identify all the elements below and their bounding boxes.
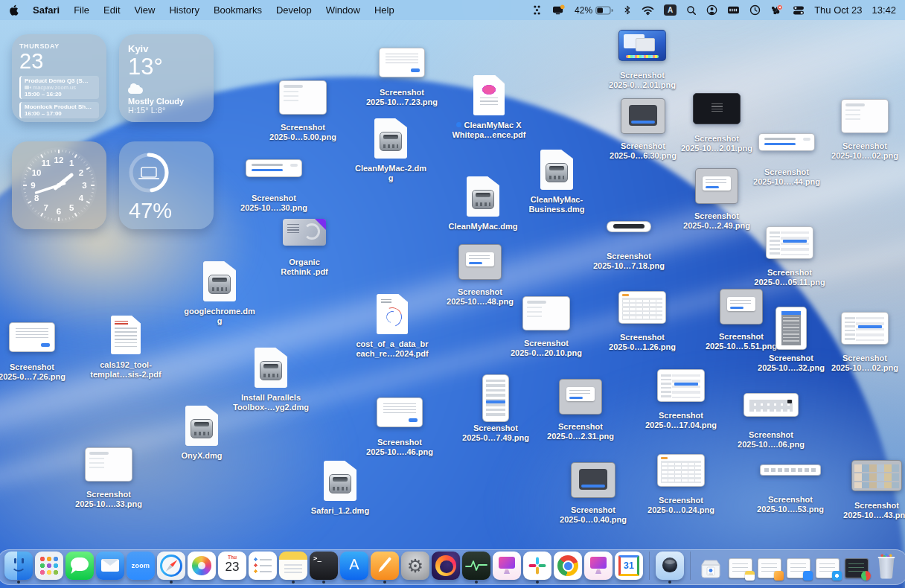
desktop-icon-screenshot-2025-10-53-png[interactable]: Screenshot2025-10….53.png bbox=[746, 446, 835, 514]
calendar-event: Product Demo Q3 (S…macpaw.zoom.us15:00 –… bbox=[19, 76, 99, 99]
desktop-icon-cost-of-a-data-br-each-re-2024-pdf[interactable]: cost_of_a_data_breach_re…2024.pdf bbox=[348, 290, 437, 359]
clock-widget[interactable]: 123456789101112 bbox=[12, 141, 106, 229]
apple-menu-icon[interactable] bbox=[9, 4, 19, 16]
dock-messages[interactable] bbox=[65, 552, 94, 584]
desktop-icon-onyx-dmg[interactable]: OnyX.dmg bbox=[157, 402, 246, 461]
dock-cleanmymac[interactable] bbox=[493, 552, 521, 584]
desktop-icon-screenshot-2025-10-7-23-png[interactable]: Screenshot2025-10…7.23.png bbox=[357, 39, 447, 107]
desktop-icon-screenshot-2025-0-5-00-png[interactable]: Screenshot2025-0…5.00.png bbox=[258, 74, 348, 142]
dock-min-notes[interactable] bbox=[727, 555, 754, 584]
desktop-icon-screenshot-2025-10-43-png[interactable]: Screenshot2025-10….43.png bbox=[832, 452, 905, 520]
calendar-widget[interactable]: THURSDAY 23 Product Demo Q3 (S…macpaw.zo… bbox=[12, 34, 106, 122]
dock-box[interactable] bbox=[697, 552, 725, 584]
menu-window[interactable]: Window bbox=[326, 4, 360, 16]
desktop-icon-screenshot-2025-0-0-40-png[interactable]: Screenshot2025-0…0.40.png bbox=[549, 456, 638, 525]
desktop-icon-screenshot-2025-10-46-png[interactable]: Screenshot2025-10….46.png bbox=[355, 389, 444, 457]
dock-min-blue[interactable] bbox=[785, 555, 812, 584]
workflow-icon[interactable] bbox=[531, 0, 543, 20]
dock-slack[interactable] bbox=[523, 552, 551, 584]
menu-bookmarks[interactable]: Bookmarks bbox=[214, 4, 262, 16]
menu-edit[interactable]: Edit bbox=[103, 4, 120, 16]
dock-cleanmymac2[interactable] bbox=[584, 552, 613, 584]
dock-min-pages[interactable] bbox=[756, 555, 783, 584]
desktop-icon-screenshot-2025-10-7-18-png[interactable]: Screenshot2025-10…7.18.png bbox=[584, 202, 674, 271]
menu-view[interactable]: View bbox=[135, 4, 156, 16]
desktop-icon-cleanmymac-2-dm-g[interactable]: CleanMyMac-2.dmg bbox=[346, 115, 435, 183]
dock-notes[interactable] bbox=[279, 552, 307, 584]
dock-trash[interactable] bbox=[872, 552, 901, 584]
desktop-icon-screenshot-2025-0-2-31-png[interactable]: Screenshot2025-0…2.31.png bbox=[536, 373, 625, 441]
dock-min-dark[interactable] bbox=[843, 555, 870, 584]
desktop-icon-screenshot-2025-0-17-04-png[interactable]: Screenshot2025-0…17.04.png bbox=[636, 362, 726, 430]
menu-file[interactable]: File bbox=[74, 4, 89, 16]
dock-appstore[interactable]: A bbox=[340, 552, 368, 584]
dock-finder[interactable] bbox=[4, 552, 33, 584]
control-center-icon[interactable] bbox=[793, 0, 805, 20]
dock-zoom[interactable]: zoom bbox=[127, 552, 155, 584]
dock-calendar[interactable]: Thu23 bbox=[218, 552, 246, 584]
decor bbox=[92, 178, 94, 179]
desktop-icon-screenshot-2025-0-7-49-png[interactable]: Screenshot2025-0…7.49.png bbox=[451, 374, 540, 443]
desktop-icon-cleanmymac-x-whitepa-ence-pdf[interactable]: CleanMyMac XWhitepa…ence.pdf bbox=[444, 71, 534, 140]
clock-icon[interactable] bbox=[749, 0, 761, 20]
dock-min-safari[interactable] bbox=[814, 555, 841, 584]
dock-mail[interactable] bbox=[96, 552, 124, 584]
desktop-icon-screenshot-2025-10-02-png[interactable]: Screenshot2025-10….02.png bbox=[820, 92, 905, 161]
battery-icon[interactable]: 42% bbox=[575, 0, 613, 20]
dock-pages[interactable] bbox=[371, 552, 399, 584]
desktop-icon-googlechrome-dm-g[interactable]: googlechrome.dmg bbox=[175, 258, 264, 326]
menu-bar-date[interactable]: Thu Oct 23 bbox=[814, 4, 862, 16]
menu-help[interactable]: Help bbox=[374, 4, 394, 16]
desktop-icon-screenshot-2025-10-06-png[interactable]: Screenshot2025-10….06.png bbox=[726, 381, 816, 450]
decor bbox=[728, 7, 739, 13]
dock-firefox[interactable] bbox=[432, 552, 460, 584]
wifi-icon[interactable] bbox=[642, 0, 654, 20]
desktop-icon-screenshot-2025-0-0-24-png[interactable]: Screenshot2025-0…0.24.png bbox=[636, 447, 726, 515]
decor bbox=[612, 8, 613, 11]
user-icon[interactable] bbox=[706, 0, 717, 20]
dock-chrome[interactable] bbox=[554, 552, 582, 584]
file-thumbnail-slot bbox=[743, 381, 799, 429]
file-thumbnail bbox=[9, 322, 55, 352]
dock-terminal[interactable]: >_ bbox=[310, 552, 338, 584]
dock: zoomThu23>_A⚙31 bbox=[0, 549, 905, 585]
weather-high-low: H:15° L:8° bbox=[128, 106, 205, 115]
desktop-icon-screenshot-2025-0-05-11-png[interactable]: Screenshot2025-0…05.11.png bbox=[745, 219, 834, 287]
file-thumbnail bbox=[473, 75, 505, 115]
app-alert-icon[interactable] bbox=[770, 0, 783, 20]
desktop-icon-screenshot-2025-0-2-01-png[interactable]: Screenshot2025-0…2.01.png bbox=[598, 22, 687, 90]
desktop-icon-organic-rethink-pdf[interactable]: OrganicRethink .pdf bbox=[260, 208, 349, 277]
desktop-icon-cals192-tool-templat-sis-2-pdf[interactable]: cals192_tool-templat…sis-2.pdf bbox=[81, 311, 170, 380]
bluetooth-icon[interactable] bbox=[623, 0, 632, 20]
decor bbox=[709, 574, 713, 575]
dock-gcal[interactable]: 31 bbox=[615, 552, 643, 584]
dock-launchpad[interactable] bbox=[35, 552, 63, 584]
desktop-icon-screenshot-2025-0-7-26-png[interactable]: Screenshot2025-0…7.26.png bbox=[0, 313, 77, 382]
dock-safari[interactable] bbox=[157, 552, 185, 584]
weather-widget[interactable]: Kyiv 13° Mostly Cloudy H:15° L:8° bbox=[119, 34, 214, 122]
desktop-icon-screenshot-2025-10-30-png[interactable]: Screenshot2025-10….30.png bbox=[229, 144, 319, 213]
dock-settings[interactable]: ⚙ bbox=[401, 552, 429, 584]
input-source-icon[interactable]: A bbox=[664, 0, 677, 20]
keyboard-icon[interactable] bbox=[727, 0, 740, 20]
display-alert-icon[interactable] bbox=[552, 0, 565, 20]
desktop-icon-screenshot-2025-0-20-10-png[interactable]: Screenshot2025-0…20.10.png bbox=[502, 290, 591, 358]
desktop-icon-screenshot-2025-0-1-26-png[interactable]: Screenshot2025-0…1.26.png bbox=[598, 284, 687, 352]
menu-history[interactable]: History bbox=[169, 4, 199, 16]
dock-reminders[interactable] bbox=[249, 552, 277, 584]
dock-activity[interactable] bbox=[462, 552, 490, 584]
desktop-icon-screenshot-2025-10-33-png[interactable]: Screenshot2025-10….33.png bbox=[64, 441, 153, 509]
desktop-icon-cleanmymac-dmg[interactable]: CleanMyMac.dmg bbox=[438, 173, 528, 231]
dock-moonlock[interactable] bbox=[656, 552, 684, 584]
desktop-icon-safari-1-2-dmg[interactable]: Safari_1.2.dmg bbox=[295, 457, 385, 516]
menu-develop[interactable]: Develop bbox=[276, 4, 312, 16]
battery-widget[interactable]: 47% bbox=[119, 141, 214, 229]
spotlight-icon[interactable] bbox=[686, 0, 697, 20]
decor bbox=[861, 571, 871, 581]
decor bbox=[662, 557, 677, 572]
app-menu-title[interactable]: Safari bbox=[33, 4, 60, 16]
desktop-icon-screenshot-2025-10-02-png[interactable]: Screenshot2025-10….02.png bbox=[820, 304, 905, 373]
menu-bar-time[interactable]: 13:42 bbox=[872, 4, 896, 16]
decor bbox=[579, 469, 607, 490]
dock-photos[interactable] bbox=[188, 552, 216, 584]
